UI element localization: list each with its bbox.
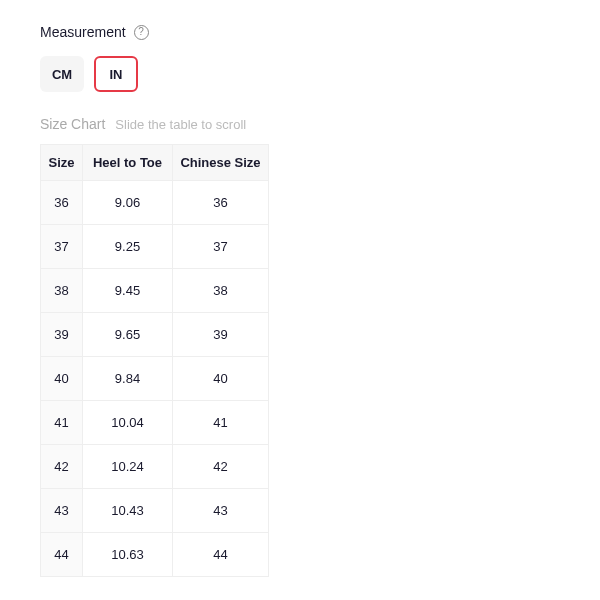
cell-size: 43: [41, 489, 83, 533]
header-size: Size: [41, 145, 83, 181]
table-row: 43 10.43 43: [41, 489, 269, 533]
cell-size: 38: [41, 269, 83, 313]
cell-heel-to-toe: 10.63: [83, 533, 173, 577]
cell-chinese-size: 41: [173, 401, 269, 445]
measurement-header: Measurement ?: [40, 24, 600, 40]
table-row: 42 10.24 42: [41, 445, 269, 489]
cell-heel-to-toe: 9.65: [83, 313, 173, 357]
cell-size: 39: [41, 313, 83, 357]
cell-heel-to-toe: 10.24: [83, 445, 173, 489]
cell-heel-to-toe: 9.84: [83, 357, 173, 401]
table-row: 39 9.65 39: [41, 313, 269, 357]
cell-size: 36: [41, 181, 83, 225]
unit-toggle: CM IN: [40, 56, 600, 92]
cell-chinese-size: 39: [173, 313, 269, 357]
cell-heel-to-toe: 10.04: [83, 401, 173, 445]
cell-chinese-size: 44: [173, 533, 269, 577]
table-row: 38 9.45 38: [41, 269, 269, 313]
chart-title-row: Size Chart Slide the table to scroll: [40, 116, 600, 132]
cell-chinese-size: 36: [173, 181, 269, 225]
header-heel-to-toe: Heel to Toe: [83, 145, 173, 181]
cell-size: 41: [41, 401, 83, 445]
cell-chinese-size: 40: [173, 357, 269, 401]
table-row: 40 9.84 40: [41, 357, 269, 401]
cell-chinese-size: 37: [173, 225, 269, 269]
cell-size: 40: [41, 357, 83, 401]
cell-heel-to-toe: 9.06: [83, 181, 173, 225]
size-chart-table-wrap[interactable]: Size Heel to Toe Chinese Size 36 9.06 36…: [40, 144, 288, 577]
measurement-label: Measurement: [40, 24, 126, 40]
unit-cm-button[interactable]: CM: [40, 56, 84, 92]
cell-chinese-size: 43: [173, 489, 269, 533]
table-row: 44 10.63 44: [41, 533, 269, 577]
cell-heel-to-toe: 9.25: [83, 225, 173, 269]
table-row: 37 9.25 37: [41, 225, 269, 269]
scroll-hint: Slide the table to scroll: [115, 117, 246, 132]
cell-size: 37: [41, 225, 83, 269]
unit-in-button[interactable]: IN: [94, 56, 138, 92]
cell-chinese-size: 38: [173, 269, 269, 313]
cell-size: 42: [41, 445, 83, 489]
size-chart-table: Size Heel to Toe Chinese Size 36 9.06 36…: [40, 144, 269, 577]
cell-heel-to-toe: 10.43: [83, 489, 173, 533]
table-header-row: Size Heel to Toe Chinese Size: [41, 145, 269, 181]
table-row: 41 10.04 41: [41, 401, 269, 445]
cell-heel-to-toe: 9.45: [83, 269, 173, 313]
cell-chinese-size: 42: [173, 445, 269, 489]
help-icon[interactable]: ?: [134, 25, 149, 40]
header-chinese-size: Chinese Size: [173, 145, 269, 181]
size-chart-title: Size Chart: [40, 116, 105, 132]
cell-size: 44: [41, 533, 83, 577]
table-row: 36 9.06 36: [41, 181, 269, 225]
